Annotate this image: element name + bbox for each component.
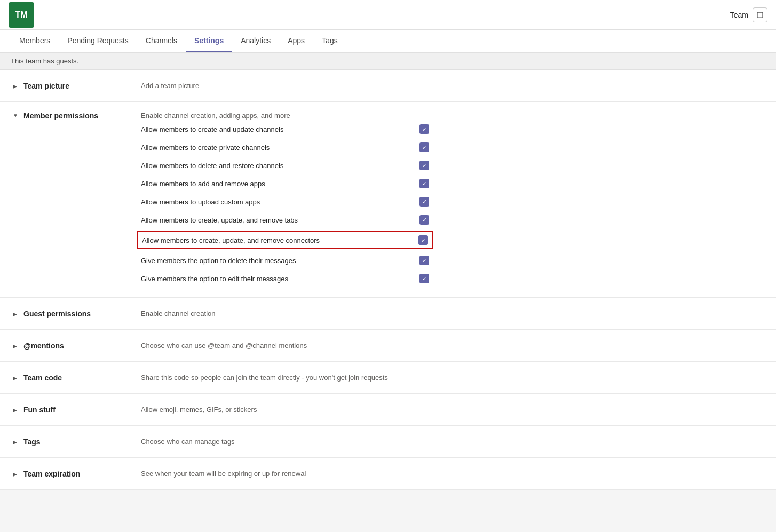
section-mentions: ▶ @mentions Choose who can use @team and… [0,330,776,362]
section-team-code: ▶ Team code Share this code so people ca… [0,362,776,394]
tab-members[interactable]: Members [11,30,59,52]
team-expiration-toggle[interactable]: ▶ [13,470,23,477]
team-code-description: Share this code so people can join the t… [141,374,763,382]
team-icon [753,7,767,22]
guest-notice-banner: This team has guests. [0,53,776,70]
permission-delete-restore-channels: Allow members to delete and restore chan… [141,156,429,174]
team-code-toggle[interactable]: ▶ [13,374,23,381]
section-member-permissions: ▼ Member permissions Enable channel crea… [0,102,776,298]
fun-stuff-description: Allow emoji, memes, GIFs, or stickers [141,406,763,414]
mentions-toggle[interactable]: ▶ [13,342,23,349]
permission-create-update-remove-tabs-label: Allow members to create, update, and rem… [141,216,411,224]
tags-label: Tags [23,438,141,446]
tab-apps[interactable]: Apps [279,30,313,52]
section-tags: ▶ Tags Choose who can manage tags [0,426,776,458]
permission-upload-custom-apps-checkbox[interactable]: ✓ [419,197,429,207]
permission-create-update-channels-checkbox[interactable]: ✓ [419,124,429,134]
team-code-label: Team code [23,374,141,382]
mentions-label: @mentions [23,342,141,350]
tab-tags[interactable]: Tags [313,30,346,52]
member-permissions-description: Enable channel creation, adding apps, an… [141,112,763,120]
member-permissions-header: ▼ Member permissions Enable channel crea… [13,112,763,120]
permission-delete-restore-channels-label: Allow members to delete and restore chan… [141,162,411,170]
permission-items-list: Allow members to create and update chann… [13,120,763,288]
team-picture-toggle[interactable]: ▶ [13,82,23,89]
permission-edit-messages: Give members the option to edit their me… [141,269,429,288]
permission-edit-messages-label: Give members the option to edit their me… [141,275,411,283]
permission-create-update-channels-label: Allow members to create and update chann… [141,125,411,133]
team-expiration-label: Team expiration [23,470,141,478]
tags-toggle[interactable]: ▶ [13,438,23,445]
section-team-expiration: ▶ Team expiration See when your team wil… [0,458,776,490]
team-name-label: Team [730,11,748,19]
tab-channels[interactable]: Channels [137,30,186,52]
guest-permissions-label: Guest permissions [23,309,141,318]
permission-create-private-channels: Allow members to create private channels… [141,138,429,156]
section-team-picture: ▶ Team picture Add a team picture [0,70,776,102]
header-right: Team [730,7,767,22]
permission-create-private-channels-checkbox[interactable]: ✓ [419,142,429,152]
nav-tabs: Members Pending Requests Channels Settin… [0,30,776,53]
fun-stuff-toggle[interactable]: ▶ [13,406,23,413]
permission-create-update-remove-connectors: Allow members to create, update, and rem… [137,231,433,249]
permission-delete-messages-checkbox[interactable]: ✓ [419,256,429,265]
member-permissions-toggle[interactable]: ▼ [13,112,23,118]
tags-description: Choose who can manage tags [141,438,763,446]
header-left: TM [9,2,34,28]
guest-notice-text: This team has guests. [11,57,78,65]
permission-create-update-remove-connectors-checkbox[interactable]: ✓ [418,235,428,245]
permission-upload-custom-apps-label: Allow members to upload custom apps [141,198,411,206]
team-picture-label: Team picture [23,82,141,90]
settings-content: ▶ Team picture Add a team picture ▼ Memb… [0,70,776,490]
member-permissions-label: Member permissions [23,112,141,120]
permission-add-remove-apps: Allow members to add and remove apps ✓ [141,174,429,193]
mentions-description: Choose who can use @team and @channel me… [141,342,763,350]
team-expiration-description: See when your team will be expiring or u… [141,470,763,478]
section-guest-permissions: ▶ Guest permissions Enable channel creat… [0,298,776,330]
permission-delete-messages-label: Give members the option to delete their … [141,257,411,265]
section-fun-stuff: ▶ Fun stuff Allow emoji, memes, GIFs, or… [0,394,776,426]
permission-create-update-remove-tabs-checkbox[interactable]: ✓ [419,215,429,225]
permission-create-private-channels-label: Allow members to create private channels [141,144,411,152]
fun-stuff-label: Fun stuff [23,406,141,414]
tab-analytics[interactable]: Analytics [232,30,279,52]
tab-pending-requests[interactable]: Pending Requests [59,30,137,52]
app-header: TM Team [0,0,776,30]
permission-edit-messages-checkbox[interactable]: ✓ [419,274,429,283]
permission-create-update-remove-tabs: Allow members to create, update, and rem… [141,211,429,229]
permission-create-update-remove-connectors-label: Allow members to create, update, and rem… [142,236,410,244]
permission-delete-restore-channels-checkbox[interactable]: ✓ [419,161,429,170]
tab-settings[interactable]: Settings [186,30,232,52]
team-picture-description: Add a team picture [141,82,763,90]
permission-delete-messages: Give members the option to delete their … [141,251,429,269]
guest-permissions-description: Enable channel creation [141,309,763,317]
guest-permissions-toggle[interactable]: ▶ [13,310,23,317]
permission-add-remove-apps-label: Allow members to add and remove apps [141,180,411,188]
avatar: TM [9,2,34,28]
permission-upload-custom-apps: Allow members to upload custom apps ✓ [141,193,429,211]
permission-create-update-channels: Allow members to create and update chann… [141,120,429,138]
permission-add-remove-apps-checkbox[interactable]: ✓ [419,179,429,188]
